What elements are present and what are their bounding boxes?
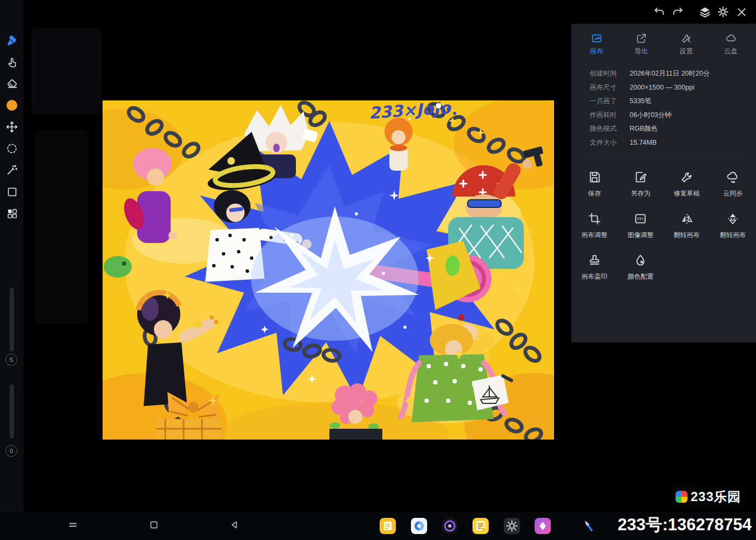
app-icon-paintbrush[interactable] — [580, 518, 597, 534]
crop-icon — [588, 212, 602, 226]
panel-tabs: 画布 导出 设置 云盘 — [571, 24, 756, 63]
watermark-brand: 233乐园 — [671, 486, 745, 508]
action-label: 保存 — [588, 189, 601, 198]
app-icon-settings[interactable] — [504, 518, 520, 534]
slider-opacity-label: 0 — [10, 448, 13, 454]
artwork-green-creature — [104, 256, 132, 278]
info-label: 文件大小 — [590, 138, 630, 147]
tool-smudge[interactable] — [5, 55, 19, 69]
nav-menu-button[interactable] — [66, 519, 79, 532]
smudge-finger-icon — [6, 57, 18, 68]
app-icon-notes[interactable] — [473, 518, 489, 534]
tab-cloud-label: 云盘 — [724, 47, 738, 56]
info-row-size: 画布尺寸 2000×1500 — 300ppi — [590, 81, 756, 95]
nav-recents-button[interactable] — [147, 520, 160, 532]
eraser-icon — [6, 78, 18, 90]
app-icon-purple-gradient[interactable] — [535, 518, 551, 534]
action-label: 画布调整 — [582, 231, 608, 240]
action-label: 颜色配置 — [627, 272, 653, 281]
tab-settings-label: 设置 — [679, 47, 693, 56]
panel-divider — [580, 157, 747, 158]
slider-size-label: S — [9, 356, 13, 363]
brush-icon — [6, 35, 18, 47]
cloud-sync-button[interactable]: 云同步 — [710, 163, 756, 205]
action-label: 画布盖印 — [582, 272, 608, 281]
watermark-id: 233号:136278754 — [618, 514, 752, 536]
tool-brush[interactable] — [5, 33, 19, 48]
grid-squares-icon — [6, 208, 18, 219]
tab-export-label: 导出 — [634, 47, 648, 56]
save-as-button[interactable]: 另存为 — [618, 163, 664, 205]
save-as-icon — [633, 170, 647, 184]
slider-opacity-badge[interactable]: 0 — [5, 445, 17, 457]
tool-layers-grid[interactable] — [5, 206, 19, 220]
info-value: 15.74MB — [630, 139, 657, 146]
save-button[interactable]: 保存 — [571, 163, 618, 205]
tool-lasso[interactable] — [5, 141, 19, 156]
magic-wand-icon — [6, 164, 18, 176]
back-triangle-icon — [230, 520, 239, 532]
lasso-dashed-circle-icon — [6, 143, 18, 154]
ppi-badge: PPI — [638, 217, 644, 221]
brush-size-slider[interactable] — [10, 288, 14, 352]
app-icon-browser[interactable] — [411, 518, 427, 534]
settings-button[interactable] — [714, 4, 732, 20]
tool-magic-wand[interactable] — [5, 163, 19, 177]
info-value: 06小时03分钟 — [630, 111, 672, 120]
brand-logo-icon — [676, 491, 687, 503]
slider-size-badge[interactable]: S — [5, 354, 17, 366]
info-row-created: 创建时间 2026年02月11日 20时20分 — [590, 67, 756, 81]
info-value: 5335笔 — [630, 97, 651, 106]
tab-settings[interactable]: 设置 — [679, 32, 693, 56]
info-value: RGB颜色 — [630, 124, 658, 133]
bg-patch — [31, 28, 102, 114]
app-icon-dark-purple[interactable] — [442, 518, 458, 534]
export-icon — [636, 32, 647, 44]
brush-opacity-slider[interactable] — [10, 384, 14, 438]
brand-name: 233乐园 — [691, 488, 741, 505]
square-shape-icon — [6, 186, 18, 198]
action-label: 云同步 — [723, 189, 742, 198]
tool-color-swatch[interactable] — [5, 98, 19, 112]
canvas-stamp-button[interactable]: 画布盖印 — [571, 246, 618, 288]
canvas-info-panel: 画布 导出 设置 云盘 创建 — [571, 24, 756, 342]
flip-canvas-horizontal-button[interactable]: 翻转画布 — [710, 205, 756, 246]
nav-back-button[interactable] — [228, 520, 241, 532]
square-icon — [149, 520, 159, 532]
app-icon-yellow-docs[interactable] — [380, 518, 396, 534]
info-value: 2000×1500 — 300ppi — [630, 84, 694, 91]
image-adjust-icon: PPI — [633, 212, 647, 226]
tab-export[interactable]: 导出 — [634, 32, 648, 56]
layers-button[interactable] — [696, 4, 714, 20]
repair-draft-button[interactable]: 修复草稿 — [664, 163, 710, 205]
canvas-tab-icon — [591, 32, 603, 44]
gear-icon — [717, 6, 729, 18]
redo-icon — [672, 6, 684, 18]
image-adjust-button[interactable]: PPI 图像调整 — [618, 205, 664, 246]
info-label: 画布尺寸 — [590, 83, 630, 92]
canvas-adjust-button[interactable]: 画布调整 — [571, 205, 618, 246]
undo-icon — [653, 6, 665, 18]
tool-move[interactable] — [5, 120, 19, 134]
titlebar — [650, 3, 751, 21]
drawing-canvas[interactable]: 233×JoJo — [103, 100, 554, 440]
close-button[interactable] — [732, 4, 751, 20]
color-profile-button[interactable]: 颜色配置 — [618, 246, 664, 288]
tab-cloud[interactable]: 云盘 — [724, 32, 738, 56]
tab-canvas-label: 画布 — [590, 47, 603, 56]
menu-icon — [68, 519, 78, 532]
tool-shape[interactable] — [5, 185, 19, 199]
close-icon — [736, 6, 747, 18]
info-value: 2026年02月11日 20时20分 — [630, 69, 710, 78]
flip-canvas-vertical-button[interactable]: 翻转画布 — [664, 205, 710, 246]
info-label: 作画耗时 — [590, 111, 630, 120]
cloud-sync-icon — [726, 170, 740, 184]
tool-eraser[interactable] — [5, 77, 19, 91]
action-label: 修复草稿 — [674, 189, 700, 198]
wrench-icon — [680, 170, 694, 184]
color-swatch — [6, 100, 17, 111]
undo-button[interactable] — [650, 4, 669, 20]
save-icon — [588, 170, 602, 184]
redo-button[interactable] — [669, 4, 687, 20]
tab-canvas[interactable]: 画布 — [590, 32, 603, 56]
